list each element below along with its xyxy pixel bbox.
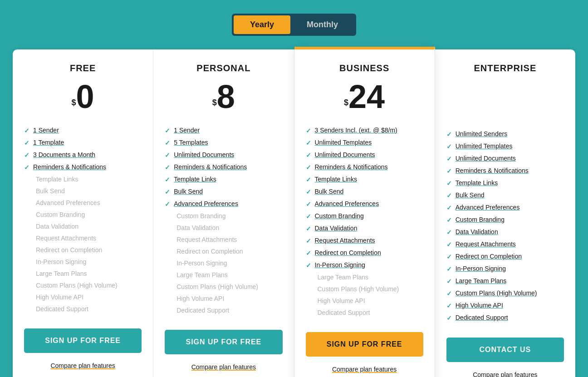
list-item: ✓Advanced Preferences [165, 198, 282, 210]
feature-text: Custom Plans (High Volume) [36, 282, 118, 289]
check-icon: ✓ [446, 229, 452, 236]
list-item: ✓Custom Plans (High Volume) [446, 287, 564, 299]
plan-card-personal: PERSONAL$8✓1 Sender✓5 Templates✓Unlimite… [153, 49, 294, 377]
list-item: Data Validation [24, 220, 142, 232]
list-item: Custom Branding [165, 210, 282, 222]
check-icon: ✓ [446, 204, 452, 211]
feature-text: Unlimited Documents [174, 151, 234, 158]
list-item: ✓Reminders & Notifications [165, 161, 282, 173]
feature-text: Template Links [315, 176, 357, 183]
features-list-enterprise: ✓Unlimited Senders✓Unlimited Templates✓U… [446, 128, 564, 324]
feature-text: In-Person Signing [36, 258, 86, 265]
feature-text: High Volume API [176, 295, 224, 302]
yearly-toggle-btn[interactable]: Yearly [234, 15, 290, 34]
check-icon: ✓ [306, 127, 311, 134]
check-icon: ✓ [24, 152, 29, 159]
list-item: Redirect on Completion [165, 245, 282, 257]
plan-name-personal: PERSONAL [165, 63, 282, 73]
list-item: ✓Unlimited Documents [446, 152, 564, 165]
billing-toggle[interactable]: Yearly Monthly [232, 14, 356, 36]
feature-text: High Volume API [456, 302, 503, 309]
list-item: ✓1 Sender [165, 124, 282, 137]
cta-button-free[interactable]: SIGN UP FOR FREE [24, 328, 142, 353]
feature-text: Request Attachments [36, 235, 96, 242]
monthly-toggle-btn[interactable]: Monthly [290, 15, 354, 34]
feature-text: High Volume API [36, 294, 83, 301]
feature-text: Custom Plans (High Volume) [176, 283, 258, 290]
check-icon: ✓ [446, 167, 452, 175]
check-icon: ✓ [446, 192, 452, 199]
list-item: ✓Unlimited Senders [446, 128, 564, 140]
list-item: ✓Reminders & Notifications [446, 165, 564, 177]
cta-button-enterprise[interactable]: CONTACT US [446, 338, 564, 362]
feature-text: Reminders & Notifications [174, 163, 247, 171]
check-icon: ✓ [165, 139, 170, 147]
feature-text: Custom Plans (High Volume) [456, 289, 537, 297]
feature-text: Unlimited Senders [456, 130, 507, 137]
check-icon: ✓ [306, 201, 311, 208]
features-list-personal: ✓1 Sender✓5 Templates✓Unlimited Document… [165, 124, 282, 316]
feature-text: Dedicated Support [456, 314, 508, 321]
check-icon: ✓ [306, 213, 311, 220]
feature-text: Redirect on Completion [456, 253, 522, 260]
compare-link-personal[interactable]: Compare plan features [165, 363, 282, 371]
cta-button-business[interactable]: SIGN UP FOR FREE [306, 332, 423, 357]
feature-text: Bulk Send [174, 188, 203, 195]
list-item: ✓Custom Branding [306, 210, 423, 222]
feature-text: Large Team Plans [318, 274, 369, 281]
feature-text: Reminders & Notifications [315, 163, 388, 171]
feature-text: In-Person Signing [176, 259, 227, 267]
feature-text: In-Person Signing [456, 265, 506, 272]
check-icon: ✓ [165, 188, 170, 196]
list-item: ✓Request Attachments [306, 235, 423, 247]
feature-text: Advanced Preferences [36, 199, 100, 206]
feature-text: 3 Senders Incl. (ext. @ $8/m) [315, 127, 397, 134]
list-item: Custom Plans (High Volume) [165, 281, 282, 293]
check-icon: ✓ [446, 253, 452, 260]
feature-text: Custom Branding [176, 212, 225, 220]
check-icon: ✓ [446, 302, 452, 309]
list-item: High Volume API [24, 291, 142, 303]
check-icon: ✓ [446, 131, 452, 138]
compare-link-business[interactable]: Compare plan features [306, 366, 423, 373]
compare-link-enterprise[interactable]: Compare plan features [446, 371, 564, 377]
check-icon: ✓ [306, 139, 311, 147]
feature-text: Unlimited Templates [315, 139, 372, 146]
cta-button-personal[interactable]: SIGN UP FOR FREE [165, 330, 282, 354]
feature-text: Request Attachments [176, 236, 237, 243]
list-item: ✓Request Attachments [446, 238, 564, 250]
list-item: Large Team Plans [24, 268, 142, 279]
list-item: ✓1 Template [24, 137, 142, 149]
list-item: Large Team Plans [306, 271, 423, 283]
list-item: ✓Redirect on Completion [306, 247, 423, 259]
compare-link-free[interactable]: Compare plan features [24, 362, 142, 369]
list-item: In-Person Signing [165, 257, 282, 269]
list-item: ✓Redirect on Completion [446, 250, 564, 263]
plans-container: FREE$0✓1 Sender✓1 Template✓3 Documents a… [13, 49, 575, 377]
check-icon: ✓ [306, 188, 311, 196]
check-icon: ✓ [446, 265, 452, 273]
list-item: ✓Data Validation [446, 226, 564, 238]
feature-text: 1 Sender [174, 127, 200, 134]
check-icon: ✓ [165, 152, 170, 159]
list-item: Bulk Send [24, 185, 142, 197]
feature-text: Custom Plans (High Volume) [318, 285, 399, 293]
check-icon: ✓ [24, 139, 29, 147]
check-icon: ✓ [306, 152, 311, 159]
feature-text: Reminders & Notifications [456, 167, 529, 174]
feature-text: Template Links [36, 176, 78, 183]
plan-name-enterprise: ENTERPRISE [446, 63, 564, 73]
feature-text: Bulk Send [456, 191, 485, 199]
list-item: ✓5 Templates [165, 137, 282, 149]
plan-card-enterprise: ENTERPRISE✓Unlimited Senders✓Unlimited T… [435, 49, 575, 377]
list-item: Request Attachments [24, 232, 142, 244]
list-item: ✓Large Team Plans [446, 275, 564, 287]
feature-text: Large Team Plans [176, 271, 228, 279]
feature-text: Custom Branding [456, 216, 505, 223]
list-item: ✓Advanced Preferences [306, 198, 423, 210]
feature-text: Advanced Preferences [174, 200, 238, 207]
list-item: ✓Unlimited Templates [306, 137, 423, 149]
feature-text: Unlimited Templates [456, 142, 513, 150]
price-amount-personal: 8 [217, 78, 235, 115]
feature-text: Advanced Preferences [315, 200, 379, 207]
